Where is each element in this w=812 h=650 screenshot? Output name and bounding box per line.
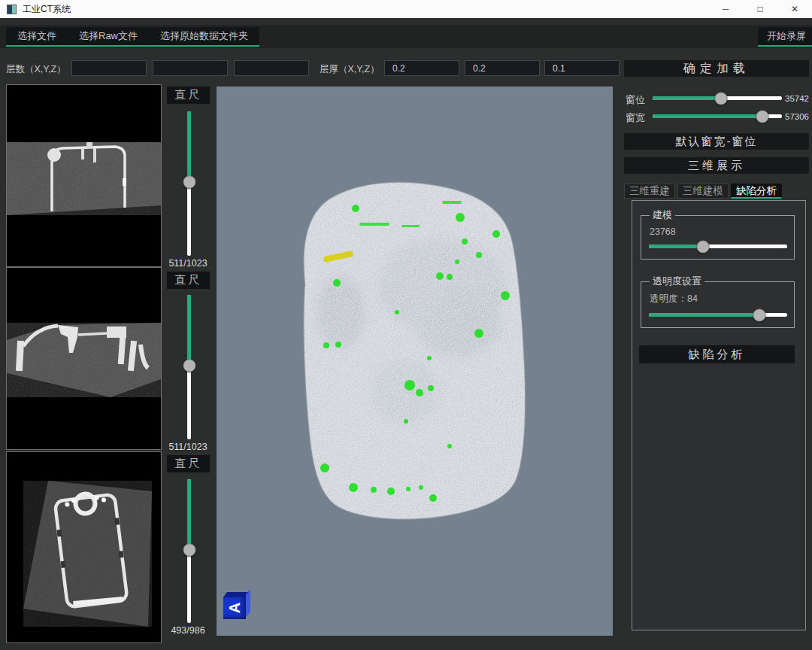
layers-x-input[interactable] bbox=[71, 60, 147, 76]
modeling-groupbox: 建模 23768 bbox=[641, 208, 795, 260]
app-icon bbox=[7, 5, 17, 14]
logo-letter: A bbox=[223, 597, 246, 619]
ct-slice-image-2 bbox=[7, 268, 161, 449]
ruler-button-2[interactable]: 直尺 bbox=[167, 272, 210, 289]
app-window: 工业CT系统 ─ □ ✕ 选择文件 选择Raw文件 选择原始数据文件夹 开始录屏… bbox=[0, 0, 812, 650]
default-window-button[interactable]: 默认窗宽-窗位 bbox=[624, 133, 809, 150]
titlebar: 工业CT系统 ─ □ ✕ bbox=[0, 0, 812, 18]
slice-slider-2[interactable] bbox=[187, 295, 191, 439]
window-level-value: 35742 bbox=[785, 94, 809, 103]
window-title: 工业CT系统 bbox=[23, 3, 71, 16]
defect-analysis-panel: 建模 23768 透明度设置 透明度：84 缺陷分析 bbox=[632, 200, 806, 630]
layers-z-input[interactable] bbox=[234, 60, 309, 76]
tab-defect-analysis[interactable]: 缺陷分析 bbox=[731, 184, 782, 199]
3d-viewport[interactable]: A bbox=[217, 87, 613, 636]
layers-y-input[interactable] bbox=[153, 60, 228, 76]
3d-model-render bbox=[217, 87, 613, 636]
transparency-value: 透明度：84 bbox=[650, 293, 787, 305]
toolbar: 选择文件 选择Raw文件 选择原始数据文件夹 开始录屏 bbox=[0, 25, 812, 48]
window-width-value: 57306 bbox=[785, 112, 809, 121]
analysis-tabs: 三维重建 三维建模 缺陷分析 bbox=[624, 184, 782, 199]
avizo-logo-cube: A bbox=[223, 597, 246, 619]
ct-slice-image-3 bbox=[7, 452, 161, 642]
maximize-button[interactable]: □ bbox=[743, 0, 777, 18]
select-file-button[interactable]: 选择文件 bbox=[6, 27, 68, 45]
thickness-y-input[interactable] bbox=[465, 60, 540, 76]
slice-position-2: 511/1023 bbox=[159, 442, 217, 452]
ruler-button-3[interactable]: 直尺 bbox=[167, 455, 210, 472]
thickness-label: 层厚（X,Y,Z） bbox=[320, 63, 380, 76]
transparency-group-title: 透明度设置 bbox=[650, 275, 704, 288]
window-width-label: 窗宽 bbox=[626, 111, 645, 125]
modeling-value: 23768 bbox=[650, 226, 787, 237]
start-recording-button[interactable]: 开始录屏 bbox=[758, 27, 812, 47]
confirm-load-button[interactable]: 确定加载 bbox=[624, 60, 809, 77]
thickness-x-input[interactable] bbox=[384, 60, 459, 76]
slice-slider-1[interactable] bbox=[187, 111, 191, 256]
tab-3d-modeling[interactable]: 三维建模 bbox=[677, 184, 729, 199]
minimize-button[interactable]: ─ bbox=[708, 0, 743, 18]
window-level-slider[interactable] bbox=[653, 96, 782, 100]
slice-position-3: 493/986 bbox=[159, 625, 217, 636]
defect-analysis-button[interactable]: 缺陷分析 bbox=[639, 345, 795, 363]
thickness-z-input[interactable] bbox=[544, 60, 620, 76]
window-level-label: 窗位 bbox=[626, 93, 645, 107]
ruler-button-1[interactable]: 直尺 bbox=[167, 87, 210, 104]
window-width-slider[interactable] bbox=[653, 114, 782, 118]
close-button[interactable]: ✕ bbox=[777, 0, 812, 18]
ct-slice-thumbnail-3[interactable] bbox=[6, 451, 162, 643]
slice-slider-3[interactable] bbox=[187, 479, 191, 623]
ct-slice-thumbnail-1[interactable] bbox=[6, 84, 162, 267]
3d-display-button[interactable]: 三维展示 bbox=[624, 157, 809, 174]
modeling-group-title: 建模 bbox=[650, 208, 675, 222]
tab-3d-reconstruction[interactable]: 三维重建 bbox=[624, 184, 675, 199]
transparency-groupbox: 透明度设置 透明度：84 bbox=[641, 275, 795, 328]
ct-slice-thumbnail-2[interactable] bbox=[6, 267, 162, 450]
layers-label: 层数（X,Y,Z） bbox=[6, 63, 66, 76]
slice-position-1: 511/1023 bbox=[159, 258, 217, 269]
window-controls: ─ □ ✕ bbox=[708, 0, 812, 18]
select-raw-data-folder-button[interactable]: 选择原始数据文件夹 bbox=[149, 27, 259, 45]
transparency-slider[interactable] bbox=[649, 313, 787, 317]
modeling-slider[interactable] bbox=[649, 245, 787, 248]
file-button-group: 选择文件 选择Raw文件 选择原始数据文件夹 bbox=[6, 27, 259, 47]
ct-slice-image-1 bbox=[7, 85, 161, 266]
select-raw-file-button[interactable]: 选择Raw文件 bbox=[68, 27, 149, 45]
